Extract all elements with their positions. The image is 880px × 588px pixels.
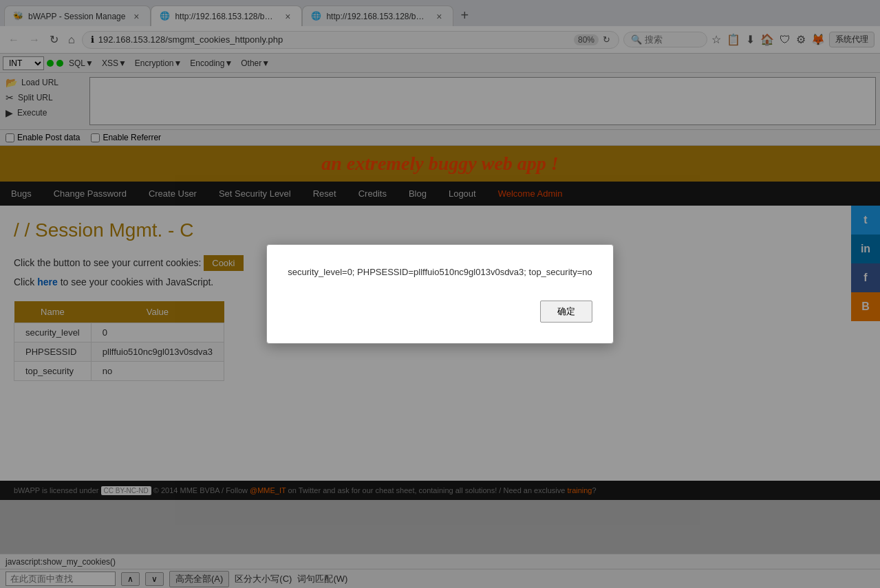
modal-dialog: security_level=0; PHPSESSID=pllffuio510n…	[266, 244, 613, 344]
modal-overlay: security_level=0; PHPSESSID=pllffuio510n…	[0, 0, 880, 588]
modal-footer: 确定	[288, 301, 592, 323]
modal-ok-button[interactable]: 确定	[540, 301, 592, 323]
modal-message: security_level=0; PHPSESSID=pllffuio510n…	[288, 265, 592, 280]
